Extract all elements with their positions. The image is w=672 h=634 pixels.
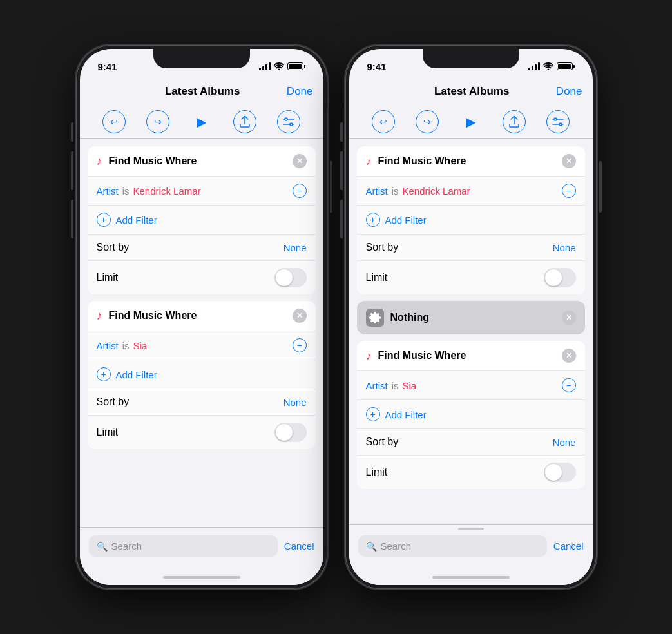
notch-right xyxy=(423,49,519,68)
cancel-button-left[interactable]: Cancel xyxy=(284,541,314,552)
side-btn-mute xyxy=(71,122,73,142)
limit-toggle-kendrick-right[interactable] xyxy=(544,268,576,287)
filter-artist-label-kendrick-right: Artist xyxy=(366,186,388,197)
add-filter-row-sia-right: + Add Filter xyxy=(357,399,585,428)
card-header-kendrick-right: ♪ Find Music Where ✕ xyxy=(357,146,585,176)
close-button-sia-left[interactable]: ✕ xyxy=(293,309,307,323)
share-button-left[interactable] xyxy=(233,110,256,133)
limit-toggle-sia-right[interactable] xyxy=(544,463,576,482)
add-filter-icon-kendrick-left[interactable]: + xyxy=(97,213,111,227)
filter-row-sia-right: Artist is Sia − xyxy=(357,370,585,399)
card-header-sia-right: ♪ Find Music Where ✕ xyxy=(357,341,585,370)
play-button-left[interactable]: ▶ xyxy=(189,110,213,133)
limit-toggle-kendrick-left[interactable] xyxy=(274,268,307,287)
sort-row-sia-left: Sort by None xyxy=(88,389,316,415)
side-btn-vol-down xyxy=(71,200,73,238)
play-button-right[interactable]: ▶ xyxy=(459,110,482,133)
filter-value-sia-right: Sia xyxy=(403,380,417,391)
add-filter-label-kendrick-right[interactable]: Add Filter xyxy=(385,215,427,226)
cancel-button-right[interactable]: Cancel xyxy=(553,541,584,552)
sort-value-kendrick-left[interactable]: None xyxy=(283,242,307,253)
find-music-title-sia-right: Find Music Where xyxy=(378,350,555,361)
scroll-area-right[interactable]: ♪ Find Music Where ✕ Artist is Kendrick … xyxy=(349,139,593,524)
card-header-sia-left: ♪ Find Music Where ✕ xyxy=(88,301,316,331)
options-button-right[interactable] xyxy=(546,110,570,133)
remove-filter-kendrick-left[interactable]: − xyxy=(293,184,307,198)
sort-label-sia-right: Sort by xyxy=(366,436,399,448)
phone-left-screen: 9:41 Latest Albums D xyxy=(80,49,323,585)
remove-filter-sia-left[interactable]: − xyxy=(293,338,307,352)
sort-value-kendrick-right[interactable]: None xyxy=(553,242,576,253)
close-button-kendrick-left[interactable]: ✕ xyxy=(293,154,307,168)
remove-filter-sia-right[interactable]: − xyxy=(562,378,576,392)
sort-value-sia-right[interactable]: None xyxy=(553,437,576,448)
add-filter-row-kendrick-right: + Add Filter xyxy=(357,205,585,234)
redo-button-left[interactable]: ↪ xyxy=(146,110,169,133)
filter-value-kendrick-right: Kendrick Lamar xyxy=(403,186,470,197)
card-body-kendrick-left: Artist is Kendrick Lamar − + Add Filter … xyxy=(88,176,316,294)
search-icon-right: 🔍 xyxy=(366,541,377,552)
status-icons-right xyxy=(528,62,575,70)
add-filter-icon-sia-left[interactable]: + xyxy=(97,367,111,381)
limit-row-sia-right: Limit xyxy=(357,455,585,489)
sort-value-sia-left[interactable]: None xyxy=(283,397,307,408)
nothing-title-right: Nothing xyxy=(390,312,555,323)
filter-text-sia-right: Artist is Sia xyxy=(366,380,562,391)
status-time-left: 9:41 xyxy=(98,61,117,72)
battery-icon-right xyxy=(557,62,575,70)
filter-is-label-kendrick-left: is xyxy=(122,186,130,197)
filter-value-kendrick-left: Kendrick Lamar xyxy=(133,186,201,197)
filter-text-kendrick-right: Artist is Kendrick Lamar xyxy=(366,186,562,197)
limit-label-kendrick-left: Limit xyxy=(97,272,119,283)
redo-button-right[interactable]: ↪ xyxy=(416,110,439,133)
undo-button-right[interactable]: ↩ xyxy=(372,110,395,133)
sort-row-kendrick-left: Sort by None xyxy=(88,234,316,260)
limit-label-kendrick-right: Limit xyxy=(366,272,388,283)
add-filter-icon-sia-right[interactable]: + xyxy=(366,407,380,421)
share-button-right[interactable] xyxy=(503,110,526,133)
close-button-kendrick-right[interactable]: ✕ xyxy=(562,154,576,168)
done-button-right[interactable]: Done xyxy=(556,85,582,98)
search-icon-left: 🔍 xyxy=(97,541,108,552)
filter-artist-label-kendrick-left: Artist xyxy=(97,186,119,197)
limit-row-sia-left: Limit xyxy=(88,415,316,449)
limit-toggle-sia-left[interactable] xyxy=(274,423,307,442)
add-filter-icon-kendrick-right[interactable]: + xyxy=(366,213,380,227)
nav-title-left: Latest Albums xyxy=(165,85,240,98)
done-button-left[interactable]: Done xyxy=(287,85,313,98)
phone-right-screen: 9:41 Latest Albums D xyxy=(349,49,593,585)
card-body-kendrick-right: Artist is Kendrick Lamar − + Add Filter … xyxy=(357,176,585,294)
filter-artist-label-sia-left: Artist xyxy=(97,340,119,351)
close-button-sia-right[interactable]: ✕ xyxy=(562,349,576,363)
search-bar-left: 🔍 Search Cancel xyxy=(80,530,323,570)
signal-icon-right xyxy=(528,62,540,70)
options-button-left[interactable] xyxy=(277,110,300,133)
add-filter-label-kendrick-left[interactable]: Add Filter xyxy=(116,215,157,226)
notch-left xyxy=(153,49,250,68)
close-button-nothing-right[interactable]: ✕ xyxy=(562,311,576,325)
filter-artist-label-sia-right: Artist xyxy=(366,380,388,391)
music-note-icon-kendrick-left: ♪ xyxy=(97,155,102,168)
card-find-music-kendrick-right: ♪ Find Music Where ✕ Artist is Kendrick … xyxy=(357,146,585,294)
search-input-wrap-right[interactable]: 🔍 Search xyxy=(358,535,547,557)
filter-row-kendrick-right: Artist is Kendrick Lamar − xyxy=(357,176,585,205)
add-filter-row-sia-left: + Add Filter xyxy=(88,360,316,389)
status-icons-left xyxy=(259,62,305,70)
search-input-wrap-left[interactable]: 🔍 Search xyxy=(89,535,278,557)
card-find-music-sia-right: ♪ Find Music Where ✕ Artist is Sia − xyxy=(357,341,585,489)
music-note-icon-kendrick-right: ♪ xyxy=(366,155,372,168)
battery-icon-left xyxy=(287,62,305,70)
nav-bar-right: Latest Albums Done xyxy=(349,77,593,106)
filter-value-sia-left: Sia xyxy=(133,340,148,351)
status-time-right: 9:41 xyxy=(367,61,387,72)
add-filter-label-sia-right[interactable]: Add Filter xyxy=(385,409,427,420)
remove-filter-kendrick-right[interactable]: − xyxy=(562,184,576,198)
add-filter-label-sia-left[interactable]: Add Filter xyxy=(116,369,157,380)
nav-title-right: Latest Albums xyxy=(434,85,510,98)
nothing-card-right: Nothing ✕ xyxy=(357,301,585,334)
add-filter-row-kendrick-left: + Add Filter xyxy=(88,205,316,234)
home-bar-left xyxy=(163,576,240,579)
scroll-area-left[interactable]: ♪ Find Music Where ✕ Artist is Kendrick … xyxy=(80,139,323,527)
card-find-music-kendrick-left: ♪ Find Music Where ✕ Artist is Kendrick … xyxy=(88,146,316,294)
undo-button-left[interactable]: ↩ xyxy=(102,110,126,133)
